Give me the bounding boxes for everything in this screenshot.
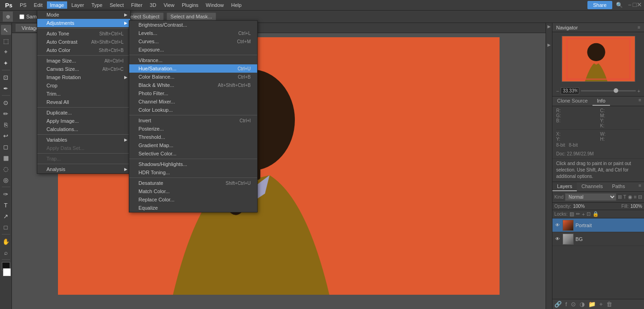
menu-duplicate[interactable]: Duplicate...	[37, 109, 130, 117]
layer-mask-btn[interactable]: ⊙	[571, 301, 576, 308]
collapse-btn-1[interactable]: ◀	[547, 25, 552, 29]
menu-auto-color[interactable]: Auto Color Shift+Ctrl+B	[37, 46, 130, 54]
menu-help[interactable]: Help	[228, 1, 245, 9]
lasso-tool[interactable]: ⌖	[1, 47, 11, 57]
menu-plugins[interactable]: Plugins	[178, 1, 201, 9]
submenu-equalize[interactable]: Equalize	[129, 204, 257, 212]
select-mask-button[interactable]: Select and Mask...	[167, 12, 217, 21]
tab-paths[interactable]: Paths	[608, 182, 630, 191]
layers-menu-icon[interactable]: ≡	[636, 182, 644, 191]
menu-calculations[interactable]: Calculations...	[37, 125, 130, 133]
menu-view[interactable]: View	[161, 1, 178, 9]
layer-icon-3[interactable]: ◉	[628, 194, 632, 200]
menu-analysis[interactable]: Analysis	[37, 165, 130, 173]
lock-image-icon[interactable]: ✏	[576, 211, 580, 217]
menu-image-rotation[interactable]: Image Rotation	[37, 73, 130, 81]
lock-artboard-icon[interactable]: ⊡	[586, 211, 591, 217]
submenu-hdr-toning[interactable]: HDR Toning...	[129, 168, 257, 177]
submenu-curves[interactable]: Curves... Ctrl+M	[129, 37, 257, 46]
submenu-vibrance[interactable]: Vibrance...	[129, 56, 257, 64]
move-tool[interactable]: ↖	[1, 25, 11, 35]
navigator-header[interactable]: Navigator ≡	[552, 23, 644, 32]
submenu-match-color[interactable]: Match Color...	[129, 187, 257, 195]
submenu-selective-color[interactable]: Selective Color...	[129, 149, 257, 158]
menu-image-size[interactable]: Image Size... Alt+Ctrl+I	[37, 57, 130, 65]
layer-link-btn[interactable]: 🔗	[554, 301, 562, 308]
eraser-tool[interactable]: ◻	[1, 142, 11, 152]
blur-tool[interactable]: ◌	[1, 164, 11, 174]
lock-transparency-icon[interactable]: ▨	[569, 211, 574, 217]
tab-info[interactable]: Info	[592, 97, 610, 106]
layer-delete-btn[interactable]: 🗑	[606, 301, 612, 308]
zoom-in-icon[interactable]: +	[638, 88, 640, 94]
layer-icon-2[interactable]: T	[623, 194, 627, 200]
text-tool[interactable]: T	[1, 200, 11, 210]
submenu-black-white[interactable]: Black & White... Alt+Shift+Ctrl+B	[129, 81, 257, 89]
submenu-levels[interactable]: Levels... Ctrl+L	[129, 29, 257, 37]
layer-bg[interactable]: 👁 BG	[552, 232, 644, 246]
lock-all-icon[interactable]: 🔒	[592, 211, 599, 217]
lock-position-icon[interactable]: +	[582, 212, 585, 217]
menu-3d[interactable]: 3D	[147, 1, 160, 9]
submenu-threshold[interactable]: Threshold...	[129, 133, 257, 141]
submenu-shadows-highlights[interactable]: Shadows/Highlights...	[129, 160, 257, 168]
menu-type[interactable]: Type	[88, 1, 106, 9]
menu-image[interactable]: Image	[47, 1, 68, 9]
submenu-posterize[interactable]: Posterize...	[129, 125, 257, 133]
layer-icon-5[interactable]: ⊟	[638, 194, 642, 200]
menu-auto-tone[interactable]: Auto Tone Shift+Ctrl+L	[37, 29, 130, 38]
menu-layer[interactable]: Layer	[68, 1, 87, 9]
layer-new-btn[interactable]: +	[599, 301, 603, 308]
menu-reveal-all[interactable]: Reveal All	[37, 98, 130, 106]
layer-icon-4[interactable]: ≡	[634, 194, 637, 200]
layer-fx-btn[interactable]: f	[565, 301, 567, 308]
zoom-out-icon[interactable]: −	[556, 88, 559, 94]
blend-mode-select[interactable]: Normal	[565, 193, 616, 201]
menu-ps[interactable]: Ps	[2, 1, 16, 10]
layer-icon-1[interactable]: ⊞	[618, 194, 622, 200]
menu-auto-contrast[interactable]: Auto Contrast Alt+Shift+Ctrl+L	[37, 38, 130, 46]
layer-portrait[interactable]: 👁 Portrait	[552, 218, 644, 232]
menu-mode[interactable]: Mode	[37, 11, 130, 19]
spot-heal-tool[interactable]: ⊙	[1, 97, 11, 108]
tab-clone-source[interactable]: Clone Source	[552, 97, 592, 106]
sample-all-layers-input[interactable]	[19, 14, 24, 19]
zoom-slider[interactable]	[581, 90, 635, 92]
submenu-channel-mixer[interactable]: Channel Mixer...	[129, 97, 257, 106]
submenu-photo-filter[interactable]: Photo Filter...	[129, 89, 257, 97]
path-select-tool[interactable]: ↗	[1, 211, 11, 221]
shape-tool[interactable]: □	[1, 222, 11, 232]
layer-bg-eye[interactable]: 👁	[554, 236, 561, 242]
submenu-brightness[interactable]: Brightness/Contrast...	[129, 21, 257, 29]
brush-tool[interactable]: ✏	[1, 109, 11, 119]
background-color[interactable]	[3, 268, 11, 276]
layer-adj-btn[interactable]: ◑	[580, 301, 585, 308]
layer-group-btn[interactable]: 📁	[588, 301, 596, 308]
menu-apply-image[interactable]: Apply Image...	[37, 117, 130, 125]
quick-select-tool[interactable]: ✦	[1, 58, 11, 68]
eyedropper-tool[interactable]: ✒	[1, 83, 11, 93]
menu-trim[interactable]: Trim...	[37, 90, 130, 98]
submenu-invert[interactable]: Invert Ctrl+I	[129, 116, 257, 125]
pen-tool[interactable]: ✑	[1, 189, 11, 199]
layer-portrait-eye[interactable]: 👁	[554, 222, 561, 229]
search-icon[interactable]: 🔍	[616, 2, 623, 8]
menu-edit[interactable]: Edit	[31, 1, 46, 9]
tool-option-1[interactable]: ⊕	[3, 11, 13, 22]
tab-layers[interactable]: Layers	[552, 182, 577, 191]
menu-filter[interactable]: Filter	[128, 1, 145, 9]
share-button[interactable]: Share	[587, 1, 612, 9]
menu-window[interactable]: Window	[202, 1, 227, 9]
menu-variables[interactable]: Variables	[37, 136, 130, 144]
menu-select[interactable]: Select	[107, 1, 127, 9]
menu-crop[interactable]: Crop	[37, 81, 130, 90]
navigator-menu-icon[interactable]: ≡	[638, 25, 640, 30]
zoom-tool[interactable]: ⌕	[1, 247, 11, 258]
info-menu-icon[interactable]: ≡	[636, 97, 644, 106]
history-brush-tool[interactable]: ↩	[1, 131, 11, 141]
crop-tool[interactable]: ⊡	[1, 72, 11, 82]
submenu-replace-color[interactable]: Replace Color...	[129, 195, 257, 204]
zoom-input[interactable]	[561, 87, 579, 94]
submenu-color-lookup[interactable]: Color Lookup...	[129, 106, 257, 114]
collapse-btn-2[interactable]: ◀	[547, 43, 552, 48]
